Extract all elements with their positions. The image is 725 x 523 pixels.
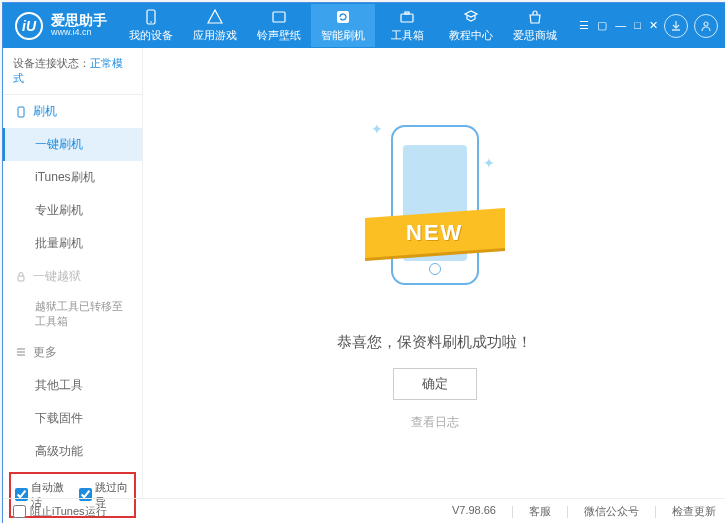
app-url: www.i4.cn [51,28,107,38]
version-label: V7.98.66 [452,504,496,519]
list-icon [15,346,27,358]
sparkle-icon: ✦ [371,121,383,137]
nav-tab-toolbox[interactable]: 工具箱 [375,4,439,47]
nav-tabs: 我的设备 应用游戏 铃声壁纸 智能刷机 工具箱 教程中心 [119,4,579,47]
jailbreak-note: 越狱工具已转移至工具箱 [3,293,142,336]
nav-tab-tutorial[interactable]: 教程中心 [439,4,503,47]
svg-point-1 [150,21,152,23]
service-link[interactable]: 客服 [529,504,551,519]
window-controls: ☰ ▢ — □ ✕ [579,19,658,32]
svg-rect-2 [273,12,285,22]
section-label: 刷机 [33,103,57,120]
nav-label: 教程中心 [449,28,493,43]
section-jailbreak: 一键越狱 [3,260,142,293]
status-label: 设备连接状态： [13,57,90,69]
phone-graphic [391,125,479,285]
separator [655,506,656,518]
nav-label: 智能刷机 [321,28,365,43]
sidebar-item-download[interactable]: 下载固件 [3,402,142,435]
user-button[interactable] [694,14,718,38]
app-name: 爱思助手 [51,13,107,28]
tutorial-icon [462,8,480,26]
svg-point-6 [704,22,708,26]
new-banner: NEW [365,208,505,258]
nav-label: 我的设备 [129,28,173,43]
wechat-link[interactable]: 微信公众号 [584,504,639,519]
nav-label: 爱思商城 [513,28,557,43]
separator [567,506,568,518]
phone-icon [15,106,27,118]
phone-icon [142,8,160,26]
svg-rect-5 [405,12,409,14]
skin-icon[interactable]: ▢ [597,19,607,32]
store-icon [526,8,544,26]
sidebar-item-other[interactable]: 其他工具 [3,369,142,402]
wallpaper-icon [270,8,288,26]
apps-icon [206,8,224,26]
banner-text: NEW [406,220,463,246]
nav-tab-flash[interactable]: 智能刷机 [311,4,375,47]
connection-status: 设备连接状态：正常模式 [3,48,142,95]
svg-rect-4 [401,14,413,22]
checkbox-label: 阻止iTunes运行 [30,504,107,519]
nav-tab-ringtone[interactable]: 铃声壁纸 [247,4,311,47]
block-itunes-checkbox[interactable]: 阻止iTunes运行 [13,504,107,519]
minimize-icon[interactable]: — [615,19,626,32]
nav-label: 铃声壁纸 [257,28,301,43]
maximize-icon[interactable]: □ [634,19,641,32]
phone-illustration: ✦ ✦ NEW [365,115,505,315]
separator [512,506,513,518]
sidebar-item-batch[interactable]: 批量刷机 [3,227,142,260]
section-label: 更多 [33,344,57,361]
body: 设备连接状态：正常模式 刷机 一键刷机 iTunes刷机 专业刷机 批量刷机 一… [3,48,725,498]
nav-tab-apps[interactable]: 应用游戏 [183,4,247,47]
titlebar: iU 爱思助手 www.i4.cn 我的设备 应用游戏 铃声壁纸 智能刷机 [3,3,725,48]
section-label: 一键越狱 [33,268,81,285]
sidebar-item-itunes[interactable]: iTunes刷机 [3,161,142,194]
sidebar-item-advanced[interactable]: 高级功能 [3,435,142,468]
lock-icon [15,271,27,283]
main-content: ✦ ✦ NEW 恭喜您，保资料刷机成功啦！ 确定 查看日志 [143,48,725,498]
logo-icon: iU [15,12,43,40]
menu-icon[interactable]: ☰ [579,19,589,32]
section-flash[interactable]: 刷机 [3,95,142,128]
titlebar-right: ☰ ▢ — □ ✕ [579,14,725,38]
nav-tab-device[interactable]: 我的设备 [119,4,183,47]
statusbar: 阻止iTunes运行 V7.98.66 客服 微信公众号 检查更新 [3,498,725,523]
ok-button[interactable]: 确定 [393,368,477,400]
sidebar-item-pro[interactable]: 专业刷机 [3,194,142,227]
nav-tab-store[interactable]: 爱思商城 [503,4,567,47]
toolbox-icon [398,8,416,26]
check-update-link[interactable]: 检查更新 [672,504,716,519]
logo-block: iU 爱思助手 www.i4.cn [3,12,119,40]
nav-label: 工具箱 [391,28,424,43]
success-message: 恭喜您，保资料刷机成功啦！ [337,333,532,352]
checkbox-input[interactable] [13,505,26,518]
close-icon[interactable]: ✕ [649,19,658,32]
sparkle-icon: ✦ [483,155,495,171]
sidebar: 设备连接状态：正常模式 刷机 一键刷机 iTunes刷机 专业刷机 批量刷机 一… [3,48,143,498]
section-more[interactable]: 更多 [3,336,142,369]
nav-label: 应用游戏 [193,28,237,43]
svg-rect-3 [337,11,349,23]
app-window: iU 爱思助手 www.i4.cn 我的设备 应用游戏 铃声壁纸 智能刷机 [2,2,725,523]
svg-rect-8 [18,276,24,281]
download-button[interactable] [664,14,688,38]
sidebar-item-oneclick[interactable]: 一键刷机 [3,128,142,161]
svg-rect-7 [18,107,24,117]
view-log-link[interactable]: 查看日志 [411,414,459,431]
flash-icon [334,8,352,26]
